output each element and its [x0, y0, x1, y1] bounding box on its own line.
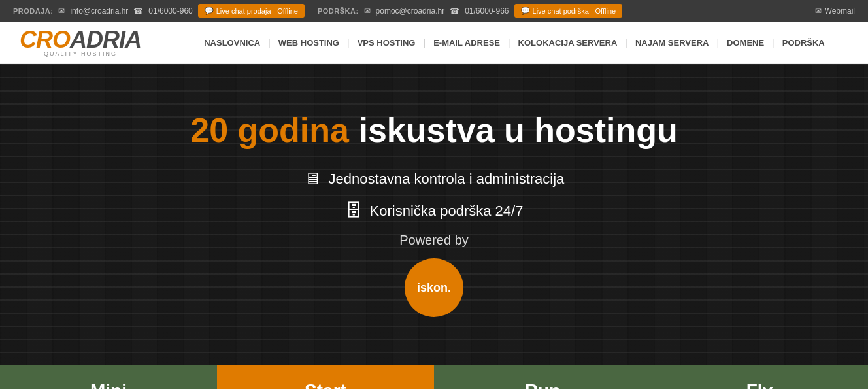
webmail-envelope-icon: ✉: [815, 7, 822, 16]
prodaja-section: PRODAJA: ✉ info@croadria.hr ☎ 01/6000-96…: [13, 4, 305, 18]
header: CROADRIA QUALITY HOSTING NASLOVNICA | WE…: [0, 22, 868, 64]
plan-mini-button[interactable]: Mini: [0, 365, 217, 389]
plan-start-label: Start: [305, 381, 346, 389]
envelope-icon2: ✉: [364, 7, 371, 16]
prodaja-phone: 01/6000-960: [148, 7, 192, 16]
plan-fly-label: Fly: [746, 381, 773, 389]
nav-najam-servera[interactable]: NAJAM SERVERA: [627, 35, 716, 51]
monitor-icon: 🖥: [304, 169, 321, 189]
phone-icon: ☎: [133, 7, 143, 16]
nav-podrska[interactable]: PODRŠKA: [775, 35, 833, 51]
hero-title-rest: iskustva u hostingu: [349, 111, 678, 149]
nav-domene[interactable]: DOMENE: [719, 35, 772, 51]
database-icon: 🗄: [345, 201, 362, 221]
iskon-badge: iskon.: [405, 258, 463, 317]
top-bar: PRODAJA: ✉ info@croadria.hr ☎ 01/6000-96…: [0, 0, 868, 22]
podrska-label: PODRŠKA:: [318, 7, 359, 15]
logo[interactable]: CROADRIA QUALITY HOSTING: [20, 28, 141, 57]
iskon-label: iskon.: [417, 281, 451, 295]
nav-kolokacija[interactable]: KOLOKACIJA SERVERA: [510, 35, 626, 51]
podrska-chat-button[interactable]: 💬 Live chat podrška - Offline: [514, 4, 623, 18]
nav-vps-hosting[interactable]: VPS HOSTING: [350, 35, 424, 51]
logo-text: CROADRIA: [20, 28, 141, 52]
phone-icon2: ☎: [450, 7, 459, 16]
nav-web-hosting[interactable]: WEB HOSTING: [271, 35, 347, 51]
podrska-section: PODRŠKA: ✉ pomoc@croadria.hr ☎ 01/6000-9…: [318, 4, 622, 18]
plan-run-label: Run: [525, 381, 560, 389]
plan-fly-button[interactable]: Fly: [651, 365, 868, 389]
prodaja-chat-label: Live chat prodaja - Offline: [216, 7, 298, 15]
hero-feature-2-text: Korisnička podrška 24/7: [370, 203, 524, 220]
hero-section: 20 godina iskustva u hostingu 🖥 Jednosta…: [0, 64, 868, 365]
webmail-link[interactable]: ✉ Webmail: [815, 7, 855, 16]
plan-mini-label: Mini: [90, 381, 127, 389]
hero-title-highlight: 20 godina: [190, 111, 349, 149]
hero-powered-by: Powered by: [190, 233, 677, 248]
plans-bar: Mini Start Run Fly: [0, 365, 868, 389]
main-nav: NASLOVNICA | WEB HOSTING | VPS HOSTING |…: [180, 35, 848, 51]
podrska-chat-label: Live chat podrška - Offline: [533, 7, 616, 15]
chat-icon: 💬: [205, 7, 214, 15]
webmail-label: Webmail: [825, 7, 855, 16]
envelope-icon: ✉: [58, 7, 65, 16]
nav-naslovnica[interactable]: NASLOVNICA: [196, 35, 268, 51]
prodaja-email[interactable]: info@croadria.hr: [70, 7, 128, 16]
chat-icon2: 💬: [521, 7, 530, 15]
plan-run-button[interactable]: Run: [434, 365, 651, 389]
prodaja-label: PRODAJA:: [13, 7, 53, 15]
podrska-phone: 01/6000-966: [465, 7, 509, 16]
hero-title: 20 godina iskustva u hostingu: [190, 112, 677, 149]
prodaja-chat-button[interactable]: 💬 Live chat prodaja - Offline: [198, 4, 305, 18]
plan-start-button[interactable]: Start: [217, 365, 434, 389]
hero-feature-2: 🗄 Korisnička podrška 24/7: [190, 201, 677, 221]
hero-feature-1: 🖥 Jednostavna kontrola i administracija: [190, 169, 677, 189]
podrska-email[interactable]: pomoc@croadria.hr: [376, 7, 445, 16]
hero-feature-1-text: Jednostavna kontrola i administracija: [329, 171, 565, 188]
hero-content: 20 godina iskustva u hostingu 🖥 Jednosta…: [190, 112, 677, 317]
nav-email-adrese[interactable]: E-MAIL ADRESE: [426, 35, 508, 51]
